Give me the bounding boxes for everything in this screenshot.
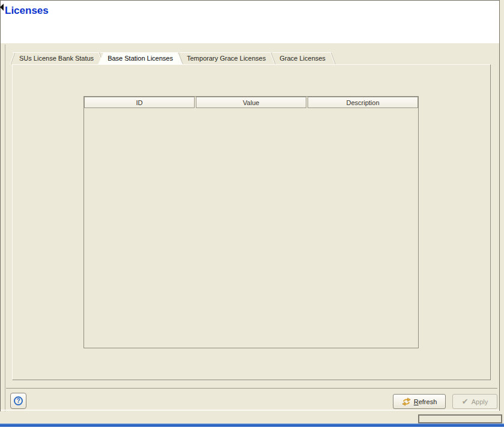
tab-label: Grace Licenses (279, 55, 325, 62)
refresh-button[interactable]: Refresh (393, 394, 446, 409)
tab-temporary-grace-licenses[interactable]: Temporary Grace Licenses (180, 52, 272, 64)
refresh-button-label: Refresh (414, 398, 437, 405)
collapse-arrow-icon[interactable] (0, 4, 4, 11)
footer-separator (6, 388, 497, 389)
content-bottom-edge (1, 410, 499, 411)
window-left-border (0, 0, 1, 411)
tab-label: SUs License Bank Status (19, 55, 94, 62)
column-header-id[interactable]: ID (84, 97, 195, 108)
tab-content-panel: ID Value Description (12, 64, 491, 380)
apply-button[interactable]: ✔ Apply (452, 394, 497, 409)
tab-base-station-licenses[interactable]: Base Station Licenses (101, 52, 180, 64)
table-header-row: ID Value Description (84, 97, 418, 108)
column-header-description[interactable]: Description (308, 97, 418, 108)
tab-label: Temporary Grace Licenses (187, 55, 266, 62)
tab-bar: SUs License Bank Status Base Station Lic… (12, 52, 333, 64)
content-left-border (5, 44, 5, 411)
table-body (84, 108, 418, 348)
tab-sus-license-bank-status[interactable]: SUs License Bank Status (13, 52, 100, 64)
tab-grace-licenses[interactable]: Grace Licenses (273, 52, 332, 64)
window-right-border (499, 0, 500, 411)
help-button[interactable]: ? (10, 393, 26, 409)
help-icon: ? (14, 396, 23, 405)
apply-check-icon: ✔ (462, 398, 469, 405)
column-header-value[interactable]: Value (196, 97, 306, 108)
view-header: Licenses (1, 1, 499, 43)
refresh-icon (402, 398, 411, 406)
page-title: Licenses (5, 5, 49, 17)
licenses-table: ID Value Description (83, 96, 419, 348)
tab-label: Base Station Licenses (108, 55, 173, 62)
progress-indicator (418, 414, 502, 423)
window-bottom-edge (0, 423, 504, 427)
apply-button-label: Apply (472, 398, 488, 405)
